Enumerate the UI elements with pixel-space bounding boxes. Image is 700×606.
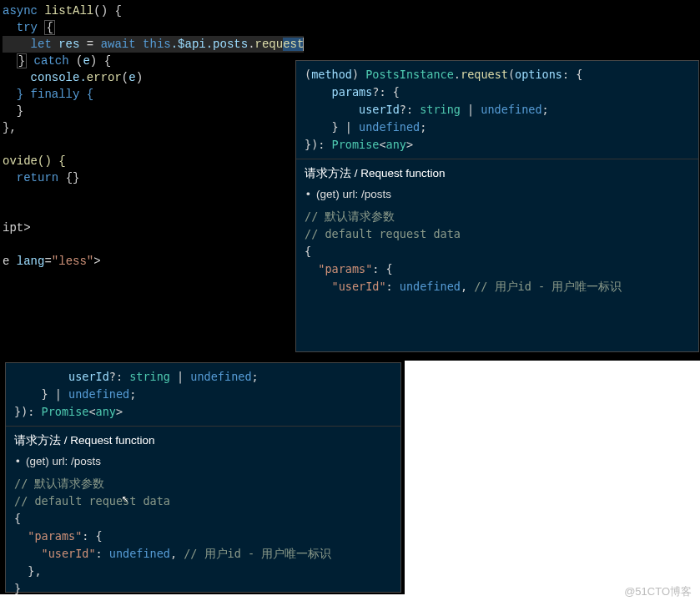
code-line: e lang="less"> [3, 253, 304, 270]
code-line [3, 136, 304, 153]
code-line [3, 236, 304, 253]
doc-code: { [305, 243, 690, 260]
code-line: ipt> [3, 220, 304, 236]
doc-code: "params": { [14, 528, 392, 545]
doc-code: "params": { [305, 260, 690, 278]
doc-comment: // 默认请求参数 [305, 208, 690, 225]
text-cursor [303, 38, 304, 51]
doc-comment: // 默认请求参数 [14, 475, 392, 492]
code-line: } [3, 103, 304, 119]
signature-line: params?: { [305, 83, 690, 101]
doc-code: { [14, 510, 392, 528]
watermark: @51CTO博客 [624, 584, 692, 599]
signature-line: userId?: string | undefined; [14, 368, 392, 386]
doc-comment: // default request data [305, 225, 690, 243]
doc-bullet: (get) url: /posts [305, 185, 690, 203]
signature-line: (method) PostsInstance.request(options: … [305, 66, 690, 83]
code-line: ovide() { [3, 153, 304, 169]
code-line: try { [3, 19, 304, 36]
code-line: return {} [3, 169, 304, 186]
signature-line: }): Promise<any> [305, 136, 690, 154]
code-editor[interactable]: async listAll() { try { let res = await … [3, 3, 304, 270]
doc-code: "userId": undefined, // 用户id - 用户唯一标识 [14, 545, 392, 563]
doc-code: "userId": undefined, // 用户id - 用户唯一标识 [305, 278, 690, 295]
code-line [3, 186, 304, 203]
code-line-active: let res = await this.$api.posts.request [3, 36, 304, 53]
intellisense-tooltip-secondary[interactable]: userId?: string | undefined; } | undefin… [5, 362, 401, 593]
code-line: } catch (e) { [3, 53, 304, 69]
signature-line: } | undefined; [305, 119, 690, 136]
signature-line: }): Promise<any> [14, 403, 392, 421]
signature-line: } | undefined; [14, 386, 392, 403]
mouse-cursor-icon: ↖ [122, 491, 128, 505]
doc-title: 请求方法 / Request function [305, 164, 690, 182]
code-line: console.error(e) [3, 69, 304, 86]
intellisense-tooltip-primary[interactable]: (method) PostsInstance.request(options: … [295, 60, 699, 352]
code-line: async listAll() { [3, 3, 304, 19]
code-line [3, 203, 304, 220]
signature-line: userId?: string | undefined; [305, 101, 690, 119]
code-line: }, [3, 119, 304, 136]
doc-bullet: (get) url: /posts [14, 452, 392, 470]
doc-code: } [14, 580, 392, 598]
doc-title: 请求方法 / Request function [14, 432, 392, 449]
doc-comment: // default request data [14, 492, 392, 510]
code-line: } finally { [3, 86, 304, 103]
doc-code: }, [14, 563, 392, 580]
